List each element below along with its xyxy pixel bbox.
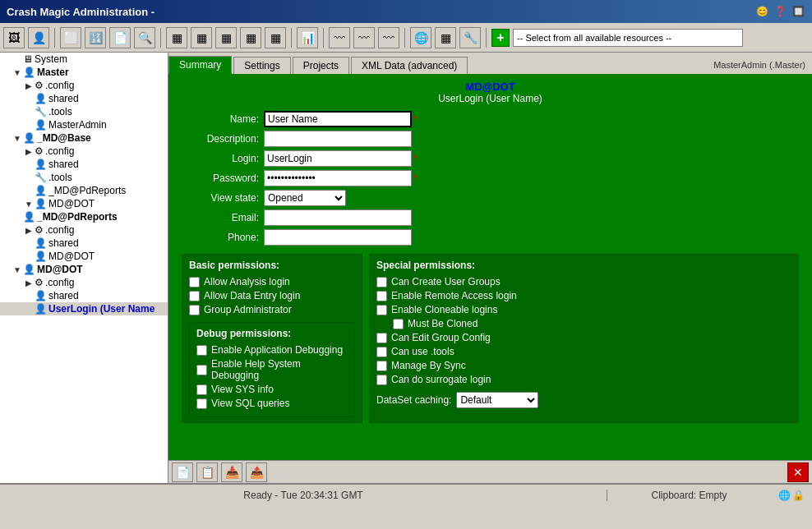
toolbar-btn-2[interactable]: 👤 <box>28 27 49 48</box>
toolbar-btn-14[interactable]: 〰 <box>353 27 375 48</box>
add-resource-button[interactable]: + <box>491 29 510 47</box>
sidebar-item-pdreports-shared[interactable]: 👤 shared <box>0 237 168 250</box>
sidebar-item-pdreports-top[interactable]: 👤 _MD@PdReports <box>0 210 168 223</box>
toolbar-btn-5[interactable]: 📄 <box>109 27 131 48</box>
perm-label: Enable Help System Debugging <box>211 358 348 381</box>
expand-icon <box>23 159 35 170</box>
toolbar-btn-16[interactable]: 🌐 <box>410 27 431 48</box>
perm-can-do-surrogate: Can do surrogate login <box>376 374 791 385</box>
user-icon: 👤 <box>35 119 47 131</box>
toolbar-btn-13[interactable]: 〰 <box>329 27 350 48</box>
sidebar-item-mdbase-shared[interactable]: 👤 shared <box>0 158 168 171</box>
window-icon[interactable]: 🔲 <box>791 4 805 19</box>
sidebar-item-master-config[interactable]: ▶ ⚙ .config <box>0 79 168 92</box>
can-create-user-groups-checkbox[interactable] <box>376 277 387 288</box>
expand-icon: ▶ <box>23 145 35 157</box>
toolbar-btn-15[interactable]: 〰 <box>378 27 399 48</box>
toolbar-btn-1[interactable]: 🖼 <box>3 27 25 48</box>
tab-bar-left: Summary Settings Projects XML Data (adva… <box>168 56 469 74</box>
allow-data-entry-checkbox[interactable] <box>189 291 200 301</box>
sidebar-item-mddot-top[interactable]: ▼ 👤 MD@DOT <box>0 263 168 276</box>
sidebar-item-userlogin[interactable]: 👤 UserLogin (User Name <box>0 302 168 315</box>
tab-settings[interactable]: Settings <box>233 57 290 74</box>
password-input[interactable] <box>264 170 412 186</box>
enable-help-debug-checkbox[interactable] <box>196 365 207 375</box>
toolbar-btn-7[interactable]: ▦ <box>166 27 187 48</box>
phone-label: Phone: <box>182 232 264 243</box>
sidebar-item-mdbase-tools[interactable]: 🔧 .tools <box>0 171 168 184</box>
sidebar-item-system[interactable]: 🖥 System <box>0 53 168 66</box>
toolbar-btn-18[interactable]: 🔧 <box>459 27 481 48</box>
toolbar-btn-4[interactable]: 🔢 <box>85 27 106 48</box>
bottom-btn-copy[interactable]: 📋 <box>196 462 218 482</box>
toolbar-btn-6[interactable]: 🔍 <box>134 27 155 48</box>
help-icon[interactable]: ❓ <box>773 4 787 19</box>
toolbar-btn-12[interactable]: 📊 <box>297 27 318 48</box>
sidebar-item-master[interactable]: ▼ 👤 Master <box>0 66 168 79</box>
user-info: MasterAdmin (.Master) <box>713 60 812 70</box>
sidebar-item-pdreports-config[interactable]: ▶ ⚙ .config <box>0 223 168 237</box>
tab-projects[interactable]: Projects <box>293 57 349 74</box>
sidebar-item-master-shared[interactable]: 👤 shared <box>0 92 168 105</box>
name-input[interactable] <box>264 111 412 127</box>
sidebar-item-label: shared <box>48 159 79 170</box>
toolbar-btn-9[interactable]: ▦ <box>215 27 237 48</box>
permissions-container: Basic permissions: Allow Analysis login … <box>182 254 799 423</box>
sidebar-item-master-tools[interactable]: 🔧 .tools <box>0 105 168 118</box>
tab-bar: Summary Settings Projects XML Data (adva… <box>168 53 812 74</box>
dataset-caching-row: DataSet caching: Default Enabled Disable… <box>376 392 791 408</box>
email-label: Email: <box>182 212 264 223</box>
login-input[interactable] <box>264 150 412 167</box>
sidebar-item-mdbase-pdreports[interactable]: 👤 _MD@PdReports <box>0 184 168 197</box>
expand-icon <box>23 172 35 183</box>
enable-remote-access-checkbox[interactable] <box>376 291 387 301</box>
toolbar-btn-17[interactable]: ▦ <box>435 27 456 48</box>
view-sys-info-checkbox[interactable] <box>196 384 207 395</box>
bottom-btn-new[interactable]: 📄 <box>172 462 193 482</box>
manage-by-sync-checkbox[interactable] <box>376 361 387 371</box>
dataset-caching-select[interactable]: Default Enabled Disabled <box>456 392 538 408</box>
enable-app-debug-checkbox[interactable] <box>196 345 207 356</box>
sidebar-item-mddot-shared[interactable]: 👤 shared <box>0 289 168 302</box>
user-icon: 👤 <box>23 264 35 275</box>
sidebar-item-mdbase-config[interactable]: ▶ ⚙ .config <box>0 145 168 158</box>
perm-label: Enable Cloneable logins <box>391 304 497 315</box>
can-edit-group-checkbox[interactable] <box>376 333 387 343</box>
toolbar-btn-10[interactable]: ▦ <box>240 27 261 48</box>
viewstate-select[interactable]: Opened Closed <box>264 190 346 206</box>
email-input[interactable] <box>264 209 412 226</box>
perm-enable-help-debug: Enable Help System Debugging <box>196 358 348 381</box>
sidebar-item-masteradmin[interactable]: 👤 MasterAdmin <box>0 118 168 131</box>
allow-analysis-checkbox[interactable] <box>189 277 200 288</box>
sidebar-item-label: _MD@PdReports <box>37 211 118 223</box>
description-input[interactable] <box>264 131 412 147</box>
can-do-surrogate-checkbox[interactable] <box>376 375 387 385</box>
system-icon: 🖥 <box>23 53 33 65</box>
sidebar-item-mddot-1[interactable]: ▼ 👤 MD@DOT <box>0 197 168 210</box>
app-title: Crash Magic Administration - <box>7 6 155 18</box>
can-use-tools-checkbox[interactable] <box>376 347 387 357</box>
sidebar-item-label: .config <box>45 277 74 288</box>
enable-cloneable-checkbox[interactable] <box>376 305 387 315</box>
bottom-btn-import[interactable]: 📥 <box>221 462 242 482</box>
must-be-cloned-checkbox[interactable] <box>393 319 404 329</box>
bottom-btn-export[interactable]: 📤 <box>246 462 267 482</box>
sidebar-item-label: _MD@Base <box>37 132 91 144</box>
view-sql-checkbox[interactable] <box>196 398 207 409</box>
sidebar-item-pdreports-mddot[interactable]: 👤 MD@DOT <box>0 250 168 263</box>
toolbar-btn-8[interactable]: ▦ <box>191 27 212 48</box>
perm-allow-analysis: Allow Analysis login <box>189 276 355 288</box>
phone-input[interactable] <box>264 229 412 246</box>
toolbar-btn-3[interactable]: ⬜ <box>60 27 81 48</box>
expand-icon <box>23 237 35 249</box>
bottom-btn-delete[interactable]: ✕ <box>787 462 809 482</box>
tab-summary[interactable]: Summary <box>168 56 232 74</box>
smiley-icon[interactable]: 😊 <box>754 4 769 19</box>
phone-row: Phone: <box>182 229 799 246</box>
group-admin-checkbox[interactable] <box>189 305 200 315</box>
sidebar-item-mdbase[interactable]: ▼ 👤 _MD@Base <box>0 131 168 145</box>
toolbar-btn-11[interactable]: ▦ <box>265 27 286 48</box>
resource-select[interactable]: -- Select from all available resources -… <box>513 29 743 47</box>
tab-xml[interactable]: XML Data (advanced) <box>351 57 468 74</box>
sidebar-item-mddot-config[interactable]: ▶ ⚙ .config <box>0 276 168 289</box>
